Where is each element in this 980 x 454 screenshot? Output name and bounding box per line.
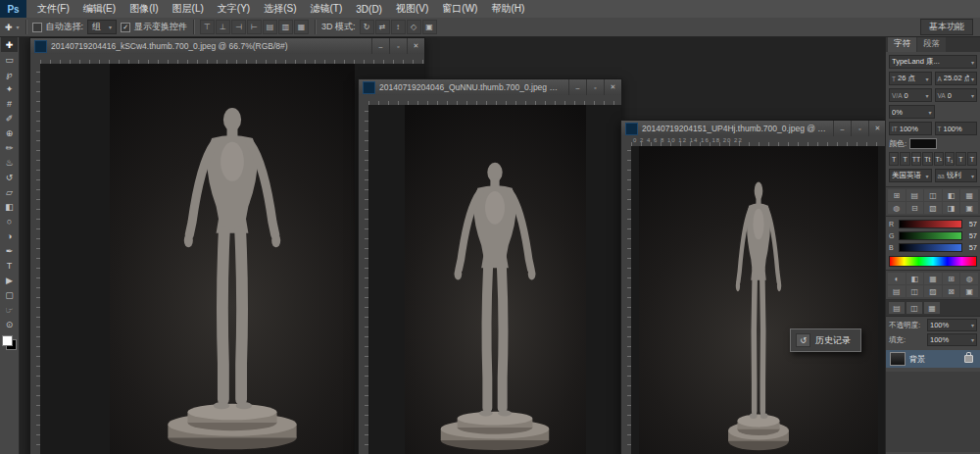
- photoshop-logo[interactable]: Ps: [0, 0, 26, 18]
- 3d-mode-icon[interactable]: ▣: [422, 20, 437, 34]
- canvas-area[interactable]: [368, 105, 621, 454]
- menu-item[interactable]: 选择(S): [257, 0, 303, 18]
- language-select[interactable]: 美国英语 ▾: [889, 169, 932, 182]
- panel-icon[interactable]: ▤: [906, 189, 924, 201]
- pen-tool-icon[interactable]: ✒: [1, 243, 18, 258]
- document-window-back[interactable]: 20140719204046_QuNNU.thumb.700_0.jpeg @ …: [358, 78, 622, 454]
- dodge-tool-icon[interactable]: ◑: [1, 228, 18, 243]
- font-size-select[interactable]: T 26 点 ▾: [889, 72, 932, 85]
- tab-character[interactable]: 字符: [888, 36, 916, 52]
- show-transform-checkbox[interactable]: ✓: [121, 23, 130, 32]
- text-color-swatch[interactable]: [909, 138, 937, 149]
- align-icon[interactable]: ⊤: [200, 20, 215, 34]
- proportional-spacing-select[interactable]: 0% ▾: [889, 105, 935, 119]
- horizontal-scale-field[interactable]: T 100%: [935, 122, 978, 135]
- gradient-tool-icon[interactable]: ◧: [1, 199, 18, 214]
- maximize-button[interactable]: ▫: [851, 121, 868, 136]
- menu-item[interactable]: 窗口(W): [435, 0, 484, 18]
- align-icon[interactable]: ⊢: [247, 20, 262, 34]
- foreground-color-swatch[interactable]: [2, 335, 13, 346]
- text-style-icon[interactable]: T: [956, 152, 965, 166]
- opacity-field[interactable]: 100% ▾: [927, 319, 977, 331]
- panel-icon[interactable]: ⊠: [943, 285, 960, 297]
- panel-icon[interactable]: ▤: [888, 285, 906, 297]
- canvas-area[interactable]: [631, 146, 886, 454]
- eyedropper-tool-icon[interactable]: ✐: [1, 111, 18, 126]
- blue-slider[interactable]: [899, 243, 962, 252]
- document-window-side[interactable]: 20140719204151_UP4Hj.thumb.700_0.jpeg @ …: [620, 120, 887, 454]
- layer-list-empty-area[interactable]: [886, 372, 980, 452]
- workspace-switcher-button[interactable]: 基本功能: [920, 19, 973, 35]
- menu-item[interactable]: 编辑(E): [76, 0, 122, 18]
- panel-icon[interactable]: ▨: [924, 285, 942, 297]
- eraser-tool-icon[interactable]: ▱: [1, 184, 18, 199]
- panel-icon[interactable]: ◧: [943, 189, 960, 201]
- leading-select[interactable]: A 25.02 点 ▾: [935, 72, 978, 85]
- text-style-icon[interactable]: TT: [911, 152, 922, 166]
- history-brush-tool-icon[interactable]: ↺: [1, 170, 18, 184]
- text-style-icon[interactable]: T: [889, 152, 899, 166]
- panel-icon[interactable]: ▣: [960, 285, 978, 297]
- minimize-button[interactable]: –: [568, 79, 586, 95]
- red-slider[interactable]: [899, 220, 962, 228]
- auto-select-checkbox[interactable]: [32, 23, 42, 32]
- maximize-button[interactable]: ▫: [586, 79, 604, 95]
- zoom-tool-icon[interactable]: ⊙: [1, 317, 18, 331]
- tool-preset-arrow-icon[interactable]: ▾: [17, 24, 20, 30]
- layers-tab-icon[interactable]: ▦: [924, 302, 940, 314]
- panel-icon[interactable]: ◍: [888, 202, 906, 214]
- layers-tab-icon[interactable]: ▤: [889, 302, 905, 314]
- panel-icon[interactable]: ▧: [924, 202, 942, 214]
- panel-icon[interactable]: ◍: [960, 273, 978, 284]
- font-family-select[interactable]: TypeLand 康... ▾: [889, 55, 977, 69]
- text-style-icon[interactable]: Tt: [922, 152, 932, 166]
- menu-item[interactable]: 图层(L): [166, 0, 211, 18]
- shape-tool-icon[interactable]: ▢: [1, 287, 18, 302]
- text-style-icon[interactable]: T₁: [945, 152, 955, 166]
- panel-icon[interactable]: ◧: [906, 273, 924, 284]
- minimize-button[interactable]: –: [833, 121, 851, 136]
- panel-icon[interactable]: ▣: [960, 202, 978, 214]
- minimize-button[interactable]: –: [371, 38, 389, 54]
- lasso-tool-icon[interactable]: ℘: [1, 67, 18, 81]
- align-icon[interactable]: ⊣: [231, 20, 246, 34]
- menu-item[interactable]: 3D(D): [349, 0, 389, 18]
- layer-row-background[interactable]: 背景: [886, 350, 980, 368]
- type-tool-icon[interactable]: T: [1, 258, 18, 273]
- close-button[interactable]: ✕: [407, 38, 424, 54]
- close-button[interactable]: ✕: [868, 121, 886, 136]
- panel-icon[interactable]: ◫: [924, 189, 942, 201]
- panel-icon[interactable]: ⊞: [943, 273, 960, 284]
- menu-item[interactable]: 视图(V): [389, 0, 435, 18]
- color-spectrum-bar[interactable]: [889, 256, 977, 267]
- menu-item[interactable]: 滤镜(T): [304, 0, 350, 18]
- align-icon[interactable]: ▥: [278, 20, 293, 34]
- layers-tab-icon[interactable]: ◫: [906, 302, 922, 314]
- marquee-tool-icon[interactable]: ▭: [1, 52, 18, 67]
- align-icon[interactable]: ▤: [263, 20, 277, 34]
- 3d-mode-icon[interactable]: ↕: [391, 20, 406, 34]
- crop-tool-icon[interactable]: #: [1, 96, 18, 111]
- menu-item[interactable]: 帮助(H): [484, 0, 531, 18]
- panel-icon[interactable]: ◫: [906, 285, 924, 297]
- align-icon[interactable]: ⊥: [216, 20, 230, 34]
- healing-brush-tool-icon[interactable]: ⊕: [1, 126, 18, 140]
- tab-paragraph[interactable]: 段落: [917, 36, 946, 52]
- window-title-bar[interactable]: 20140719204151_UP4Hj.thumb.700_0.jpeg @ …: [621, 121, 886, 137]
- panel-icon[interactable]: ⊟: [906, 202, 924, 214]
- text-style-icon[interactable]: T¹: [934, 152, 944, 166]
- panel-icon[interactable]: ▦: [924, 273, 942, 284]
- text-style-icon[interactable]: T: [967, 152, 977, 166]
- menu-item[interactable]: 文字(Y): [211, 0, 257, 18]
- 3d-mode-icon[interactable]: ◇: [407, 20, 421, 34]
- panel-icon[interactable]: ◐: [888, 273, 906, 284]
- hand-tool-icon[interactable]: ☞: [1, 302, 18, 317]
- anti-alias-select[interactable]: aa 锐利 ▾: [935, 169, 978, 182]
- text-style-icon[interactable]: T: [900, 152, 909, 166]
- panel-icon[interactable]: ▦: [960, 189, 978, 201]
- menu-item[interactable]: 文件(F): [30, 0, 76, 18]
- vertical-scale-field[interactable]: IT 100%: [889, 122, 932, 135]
- kerning-select[interactable]: V/A 0 ▾: [889, 88, 932, 102]
- panel-icon[interactable]: ⊞: [888, 189, 906, 201]
- close-button[interactable]: ✕: [604, 79, 621, 95]
